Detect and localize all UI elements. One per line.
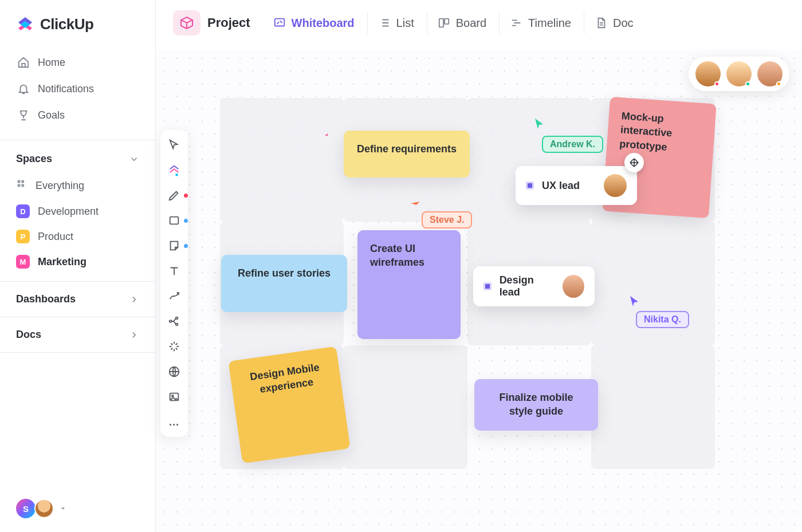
spaces-header[interactable]: Spaces xyxy=(0,141,155,173)
nav-notifications-label: Notifications xyxy=(38,83,94,95)
tab-doc[interactable]: Doc xyxy=(584,12,644,34)
text-tool[interactable] xyxy=(167,264,181,278)
nav-home-label: Home xyxy=(38,57,65,69)
svg-point-13 xyxy=(172,395,174,397)
note-design-mobile-experience[interactable]: Design Mobile experience xyxy=(228,346,350,464)
clickup-shapes-tool[interactable] xyxy=(167,163,181,177)
tool-palette: ... xyxy=(160,130,188,437)
card-ux-lead[interactable]: UX lead xyxy=(516,166,637,205)
assignee-avatar xyxy=(604,174,627,197)
whiteboard-icon xyxy=(273,17,286,29)
viewer-avatar[interactable] xyxy=(757,61,783,86)
nav-notifications[interactable]: Notifications xyxy=(9,76,146,102)
project-label: Project xyxy=(207,15,250,30)
profile-avatar: S xyxy=(16,499,36,518)
sticky-tool[interactable] xyxy=(167,239,181,253)
viewers-list[interactable] xyxy=(689,57,789,91)
clickup-logo-icon xyxy=(16,15,34,33)
space-marketing[interactable]: M Marketing xyxy=(0,249,155,274)
svg-point-8 xyxy=(170,320,172,322)
svg-rect-7 xyxy=(170,217,179,224)
divider xyxy=(0,140,155,140)
svg-point-1 xyxy=(22,180,23,182)
user-tag-steve: Steve J. xyxy=(422,211,472,228)
nav-goals-label: Goals xyxy=(38,109,65,121)
user-tag-nikita: Nikita Q. xyxy=(636,311,689,328)
divider xyxy=(0,317,155,317)
nav-home[interactable]: Home xyxy=(9,49,146,76)
tree-tool[interactable] xyxy=(167,314,181,328)
assignee-avatar xyxy=(563,275,584,298)
arrow-connectors xyxy=(156,50,328,136)
tab-board[interactable]: Board xyxy=(427,12,497,34)
note-refine-user-stories[interactable]: Refine user stories xyxy=(221,255,347,312)
board-icon xyxy=(438,17,450,29)
card-design-lead[interactable]: Design lead xyxy=(473,266,595,306)
brand-name: ClickUp xyxy=(40,15,93,33)
main-area: Project Whiteboard List Board Timeline D… xyxy=(156,0,802,532)
primary-nav: Home Notifications Goals xyxy=(0,47,155,139)
space-badge-development: D xyxy=(16,204,30,218)
divider xyxy=(0,352,155,353)
space-badge-marketing: M xyxy=(16,255,30,269)
space-development[interactable]: D Development xyxy=(0,199,155,224)
grid-icon xyxy=(16,179,27,193)
user-tag-andrew: Andrew K. xyxy=(542,136,603,153)
svg-rect-6 xyxy=(445,19,449,24)
nav-dashboards[interactable]: Dashboards xyxy=(0,283,155,316)
rect-tool[interactable] xyxy=(167,214,181,227)
list-icon xyxy=(378,17,391,29)
profile-switcher[interactable]: S xyxy=(0,485,155,532)
nav-goals[interactable]: Goals xyxy=(9,102,146,128)
viewer-avatar[interactable] xyxy=(726,61,752,86)
connector-tool[interactable] xyxy=(167,289,181,303)
chevron-down-icon xyxy=(129,154,139,164)
svg-point-3 xyxy=(22,184,23,186)
pen-tool[interactable] xyxy=(167,188,181,202)
sidebar: ClickUp Home Notifications Goals Spaces xyxy=(0,0,156,532)
move-handle[interactable] xyxy=(624,153,644,172)
nav-docs[interactable]: Docs xyxy=(0,318,155,351)
space-badge-product: P xyxy=(16,230,30,243)
cursor-tool[interactable] xyxy=(167,138,181,152)
profile-avatar-secondary xyxy=(34,499,54,518)
tab-list[interactable]: List xyxy=(367,12,424,34)
viewer-avatar[interactable] xyxy=(695,61,721,86)
svg-rect-4 xyxy=(274,19,284,26)
caret-down-icon xyxy=(60,505,66,512)
task-status-icon xyxy=(483,282,492,290)
svg-point-0 xyxy=(18,180,19,182)
space-everything[interactable]: Everything xyxy=(0,173,155,199)
home-icon xyxy=(17,56,30,69)
tab-timeline[interactable]: Timeline xyxy=(499,12,581,34)
remote-cursor-steve xyxy=(407,194,423,210)
chevron-right-icon xyxy=(129,330,139,340)
whiteboard-canvas[interactable]: Define requirements Refine user stories … xyxy=(156,50,802,532)
divider xyxy=(0,281,155,282)
svg-point-2 xyxy=(18,184,19,186)
brand-logo: ClickUp xyxy=(0,0,155,47)
task-status-icon xyxy=(526,182,534,190)
remote-cursor-andrew xyxy=(534,117,544,130)
box-icon xyxy=(180,16,194,30)
trophy-icon xyxy=(17,109,30,121)
svg-point-9 xyxy=(176,317,178,320)
note-finalize-mobile-style-guide[interactable]: Finalize mobile style guide xyxy=(474,379,598,431)
timeline-icon xyxy=(510,17,522,29)
svg-point-10 xyxy=(176,324,178,326)
doc-icon xyxy=(595,17,607,29)
globe-tool[interactable] xyxy=(167,365,181,379)
topbar: Project Whiteboard List Board Timeline D… xyxy=(156,0,802,50)
svg-rect-5 xyxy=(439,19,443,27)
spark-tool[interactable] xyxy=(167,340,181,353)
note-create-ui-wireframes[interactable]: Create UI wireframes xyxy=(357,230,461,339)
remote-cursor-nikita xyxy=(629,295,639,308)
tab-whiteboard[interactable]: Whiteboard xyxy=(263,12,365,34)
chevron-right-icon xyxy=(129,294,139,305)
image-tool[interactable] xyxy=(167,390,181,404)
space-product[interactable]: P Product xyxy=(0,224,155,249)
project-chip[interactable] xyxy=(173,10,200,36)
bell-icon xyxy=(17,82,30,95)
more-tools[interactable]: ... xyxy=(167,415,181,429)
note-define-requirements[interactable]: Define requirements xyxy=(344,131,470,178)
